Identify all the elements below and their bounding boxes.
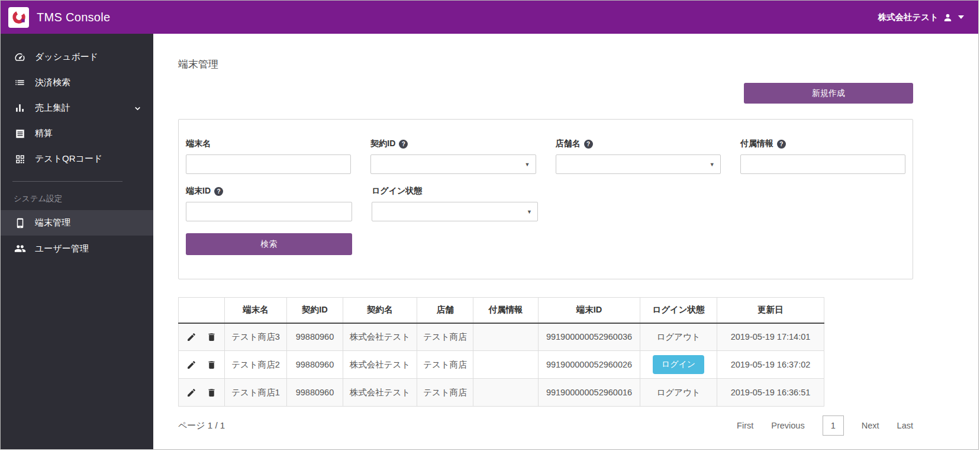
search-button[interactable]: 検索 — [186, 233, 352, 255]
terminals-table: 端末名 契約ID 契約名 店舗 付属情報 端末ID ログイン状態 更新日 — [178, 297, 824, 407]
table-row: テスト商店2 99880960 株式会社テスト テスト商店 9919000000… — [179, 351, 824, 379]
sidebar-item-payment-search[interactable]: 決済検索 — [1, 70, 153, 95]
list-icon — [14, 77, 26, 88]
delete-button[interactable] — [205, 386, 218, 399]
sidebar-item-user-management[interactable]: ユーザー管理 — [1, 236, 153, 262]
attached-info-cell — [473, 379, 539, 407]
chevron-down-icon — [134, 104, 141, 112]
brand: TMS Console — [8, 7, 110, 28]
first-page-link[interactable]: First — [737, 421, 753, 430]
attached-info-cell — [473, 351, 539, 379]
trash-icon — [207, 360, 217, 370]
terminal-name-label: 端末名 — [186, 138, 211, 149]
table-header-row: 端末名 契約ID 契約名 店舗 付属情報 端末ID ログイン状態 更新日 — [179, 298, 824, 323]
login-status-cell: ログイン — [640, 351, 717, 379]
sidebar-item-label: 決済検索 — [35, 77, 70, 88]
column-header-login-status: ログイン状態 — [640, 298, 717, 323]
table-row: テスト商店3 99880960 株式会社テスト テスト商店 9919000000… — [179, 323, 824, 351]
user-icon — [943, 12, 953, 22]
pencil-icon — [186, 388, 196, 398]
qr-code-icon — [14, 154, 26, 165]
page-info: ページ 1 / 1 — [178, 420, 225, 431]
column-header-contract-id: 契約ID — [287, 298, 343, 323]
search-form-row-1: 端末名 契約ID ? 店舗名 ? — [186, 138, 905, 174]
sidebar-item-dashboard[interactable]: ダッシュボード — [1, 44, 153, 70]
pencil-icon — [186, 332, 196, 342]
sidebar-item-settlement[interactable]: 精算 — [1, 121, 153, 146]
delete-button[interactable] — [205, 359, 218, 371]
edit-button[interactable] — [185, 359, 198, 371]
edit-button[interactable] — [185, 331, 198, 343]
main-content: 端末管理 新規作成 端末名 契約ID ? — [153, 34, 978, 449]
login-button[interactable]: ログイン — [653, 355, 704, 374]
receipt-icon — [14, 128, 26, 139]
sidebar: ダッシュボード 決済検索 売上集計 精算 — [1, 34, 153, 449]
sidebar-item-label: 精算 — [35, 128, 53, 139]
contract-id-cell: 99880960 — [287, 379, 343, 407]
shop-name-select[interactable] — [556, 155, 720, 173]
terminal-id-cell: 991900000052960036 — [539, 323, 640, 351]
page-title: 端末管理 — [178, 57, 913, 71]
column-header-attached-info: 付属情報 — [473, 298, 539, 323]
terminal-id-input[interactable] — [186, 202, 352, 221]
delete-button[interactable] — [205, 331, 218, 343]
sidebar-item-sales-summary[interactable]: 売上集計 — [1, 95, 153, 121]
column-header-terminal-id: 端末ID — [539, 298, 640, 323]
search-form-row-2: 端末ID ? ログイン状態 — [186, 186, 905, 221]
shop-cell: テスト商店 — [417, 323, 473, 351]
login-status-text: ログアウト — [656, 388, 700, 397]
next-page-link[interactable]: Next — [862, 421, 879, 430]
sidebar-section-label: システム設定 — [1, 186, 153, 210]
terminal-name-cell: テスト商店3 — [225, 323, 287, 351]
login-status-select-wrap — [372, 202, 538, 221]
terminal-id-field-group: 端末ID ? — [186, 186, 352, 221]
sidebar-item-label: 端末管理 — [35, 217, 70, 228]
shop-cell: テスト商店 — [417, 379, 473, 407]
contract-name-cell: 株式会社テスト — [343, 323, 417, 351]
login-status-label: ログイン状態 — [372, 186, 422, 196]
create-new-button[interactable]: 新規作成 — [744, 83, 913, 104]
table-row: テスト商店1 99880960 株式会社テスト テスト商店 9919000000… — [179, 379, 824, 407]
contract-name-cell: 株式会社テスト — [343, 379, 417, 407]
account-name: 株式会社テスト — [878, 12, 939, 23]
search-panel: 端末名 契約ID ? 店舗名 ? — [178, 119, 913, 279]
login-status-cell: ログアウト — [640, 323, 717, 351]
current-page-button[interactable]: 1 — [823, 415, 844, 436]
sidebar-divider — [12, 181, 122, 182]
terminal-name-cell: テスト商店1 — [225, 379, 287, 407]
sidebar-item-terminal-management[interactable]: 端末管理 — [1, 210, 153, 236]
help-icon[interactable]: ? — [584, 140, 593, 149]
help-icon[interactable]: ? — [777, 140, 786, 149]
app-window: TMS Console 株式会社テスト ダッシュボード 決済検索 — [0, 0, 979, 450]
contract-id-label: 契約ID — [370, 138, 395, 149]
trash-icon — [207, 388, 217, 398]
sidebar-item-label: テストQRコード — [35, 153, 102, 165]
account-menu[interactable]: 株式会社テスト — [878, 12, 964, 23]
shop-name-field-group: 店舗名 ? — [556, 138, 721, 174]
column-header-contract-name: 契約名 — [343, 298, 417, 323]
attached-info-input[interactable] — [740, 154, 905, 174]
contract-id-cell: 99880960 — [287, 323, 343, 351]
pencil-icon — [186, 360, 196, 370]
toolbar: 新規作成 — [178, 83, 913, 104]
help-icon[interactable]: ? — [399, 140, 408, 149]
contract-id-select[interactable] — [371, 155, 535, 173]
column-header-updated: 更新日 — [717, 298, 824, 323]
app-title: TMS Console — [37, 11, 110, 24]
terminal-id-cell: 991900000052960016 — [539, 379, 640, 407]
contract-id-select-wrap — [370, 154, 536, 174]
last-page-link[interactable]: Last — [897, 421, 913, 430]
sidebar-item-label: ダッシュボード — [35, 51, 98, 63]
login-status-select[interactable] — [372, 202, 537, 221]
pager-controls: First Previous 1 Next Last — [737, 415, 913, 436]
previous-page-link[interactable]: Previous — [771, 421, 804, 430]
help-icon[interactable]: ? — [214, 187, 223, 196]
terminal-name-input[interactable] — [186, 154, 351, 174]
edit-button[interactable] — [185, 386, 198, 399]
tablet-icon — [14, 218, 26, 228]
caret-down-icon — [958, 15, 964, 19]
sidebar-item-label: 売上集計 — [35, 102, 70, 114]
actions-cell — [179, 323, 225, 351]
sidebar-item-test-qr-code[interactable]: テストQRコード — [1, 146, 153, 172]
actions-cell — [179, 351, 225, 379]
